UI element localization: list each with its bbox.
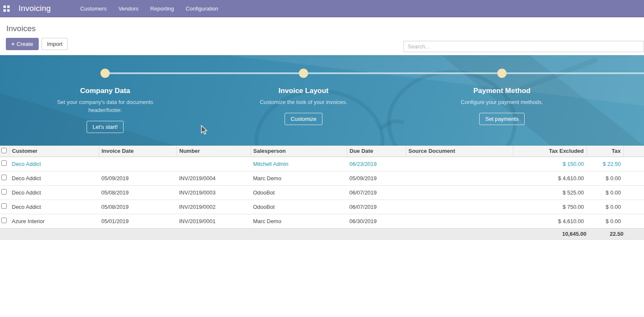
cell-tax: $ 22.50 bbox=[586, 157, 623, 171]
control-panel: Invoices +Create Import Filters ▾ ≡ Grou… bbox=[0, 17, 644, 55]
cell-tax-excluded: $ 4,610.00 bbox=[513, 214, 586, 228]
cell-tax: $ 0.00 bbox=[586, 200, 623, 214]
import-button[interactable]: Import bbox=[42, 38, 68, 50]
row-checkbox[interactable] bbox=[1, 218, 7, 223]
cell-number: INV/2019/0003 bbox=[177, 185, 251, 200]
column-header-salesperson[interactable]: Salesperson bbox=[251, 146, 347, 157]
step-dot bbox=[100, 69, 110, 78]
select-all-checkbox-cell bbox=[0, 146, 9, 157]
total-tax-excluded: 10,645.00 bbox=[513, 228, 586, 240]
column-header-tax[interactable]: Tax bbox=[586, 146, 623, 157]
set-payments-button[interactable]: Set payments bbox=[479, 113, 525, 125]
cell-salesperson: Marc Demo bbox=[251, 214, 347, 228]
lets-start-button[interactable]: Let's start! bbox=[87, 121, 124, 133]
cell-source-document bbox=[406, 214, 513, 228]
create-button[interactable]: +Create bbox=[6, 38, 39, 50]
row-checkbox[interactable] bbox=[1, 189, 7, 194]
step-description: Set your company's data for documents he… bbox=[57, 98, 153, 114]
cell-customer: Deco Addict bbox=[9, 200, 99, 214]
cell-due-date: 06/07/2019 bbox=[347, 200, 406, 214]
step-dot bbox=[299, 69, 308, 78]
step-title: Company Data bbox=[80, 87, 130, 95]
table-row[interactable]: Deco Addict 05/08/2019 INV/2019/0003 Odo… bbox=[0, 185, 644, 200]
column-header-source-document[interactable]: Source Document bbox=[406, 146, 513, 157]
column-header-due-date[interactable]: Due Date bbox=[347, 146, 406, 157]
cell-due-date: 06/30/2019 bbox=[347, 214, 406, 228]
column-header-invoice-date[interactable]: Invoice Date bbox=[99, 146, 177, 157]
cell-number bbox=[177, 157, 251, 171]
cell-source-document bbox=[406, 185, 513, 200]
cell-salesperson: OdooBot bbox=[251, 200, 347, 214]
cell-invoice-date: 05/09/2019 bbox=[99, 171, 177, 185]
column-header-number[interactable]: Number bbox=[177, 146, 251, 157]
total-tax: 22.50 bbox=[586, 228, 623, 240]
search-input[interactable] bbox=[404, 41, 644, 52]
menu-vendors[interactable]: Vendors bbox=[113, 0, 145, 17]
cell-source-document bbox=[406, 157, 513, 171]
onboarding-step-payment-method: Payment Method Configure your payment me… bbox=[403, 55, 601, 133]
select-all-checkbox[interactable] bbox=[1, 148, 7, 153]
cell-tax: $ 0.00 bbox=[586, 185, 623, 200]
menu-reporting[interactable]: Reporting bbox=[144, 0, 179, 17]
page-title: Invoices bbox=[6, 24, 36, 33]
row-checkbox[interactable] bbox=[1, 203, 7, 209]
cell-tax-excluded: $ 750.00 bbox=[513, 200, 586, 214]
cell-number: INV/2019/0004 bbox=[177, 171, 251, 185]
step-description: Customize the look of your invoices. bbox=[260, 98, 347, 106]
cell-source-document bbox=[406, 200, 513, 214]
cell-customer: Deco Addict bbox=[9, 157, 99, 171]
cell-number: INV/2019/0001 bbox=[177, 214, 251, 228]
row-checkbox[interactable] bbox=[1, 175, 7, 180]
step-title: Payment Method bbox=[473, 87, 531, 95]
onboarding-step-invoice-layout: Invoice Layout Customize the look of you… bbox=[204, 55, 403, 133]
cell-invoice-date: 05/08/2019 bbox=[99, 200, 177, 214]
step-description: Configure your payment methods. bbox=[461, 98, 543, 106]
top-navbar: Invoicing Customers Vendors Reporting Co… bbox=[0, 0, 644, 17]
step-dot bbox=[497, 69, 507, 78]
cell-tax-excluded: $ 4,610.00 bbox=[513, 171, 586, 185]
cell-number: INV/2019/0002 bbox=[177, 200, 251, 214]
cell-invoice-date: 05/08/2019 bbox=[99, 185, 177, 200]
cell-salesperson: OdooBot bbox=[251, 185, 347, 200]
column-header-customer[interactable]: Customer bbox=[9, 146, 99, 157]
cell-due-date: 06/23/2019 bbox=[347, 157, 406, 171]
step-title: Invoice Layout bbox=[278, 87, 328, 95]
totals-row: 10,645.00 22.50 bbox=[0, 228, 644, 240]
table-row[interactable]: Deco Addict Mitchell Admin 06/23/2019 $ … bbox=[0, 157, 644, 171]
app-title[interactable]: Invoicing bbox=[18, 4, 51, 13]
row-checkbox[interactable] bbox=[1, 160, 7, 166]
cell-tax-excluded: $ 150.00 bbox=[513, 157, 586, 171]
menu-configuration[interactable]: Configuration bbox=[180, 0, 224, 17]
cell-due-date: 06/07/2019 bbox=[347, 185, 406, 200]
search-box bbox=[404, 41, 644, 52]
navbar-menu: Customers Vendors Reporting Configuratio… bbox=[74, 0, 224, 17]
column-header-tax-excluded[interactable]: Tax Excluded bbox=[513, 146, 586, 157]
cell-invoice-date: 05/01/2019 bbox=[99, 214, 177, 228]
table-row[interactable]: Deco Addict 05/09/2019 INV/2019/0004 Mar… bbox=[0, 171, 644, 185]
table-row[interactable]: Azure Interior 05/01/2019 INV/2019/0001 … bbox=[0, 214, 644, 228]
invoicing-app-screen: Invoicing Customers Vendors Reporting Co… bbox=[0, 0, 644, 317]
cell-customer: Deco Addict bbox=[9, 185, 99, 200]
cell-customer: Azure Interior bbox=[9, 214, 99, 228]
column-header-spacer bbox=[623, 146, 644, 157]
table-header-row: Customer Invoice Date Number Salesperson… bbox=[0, 146, 644, 157]
cell-customer: Deco Addict bbox=[9, 171, 99, 185]
cell-tax: $ 0.00 bbox=[586, 214, 623, 228]
customize-button[interactable]: Customize bbox=[285, 113, 322, 125]
table-row[interactable]: Deco Addict 05/08/2019 INV/2019/0002 Odo… bbox=[0, 200, 644, 214]
cell-due-date: 05/09/2019 bbox=[347, 171, 406, 185]
invoice-list: Customer Invoice Date Number Salesperson… bbox=[0, 146, 644, 240]
onboarding-step-company-data: Company Data Set your company's data for… bbox=[6, 55, 204, 133]
apps-grid-icon[interactable] bbox=[3, 5, 10, 12]
menu-customers[interactable]: Customers bbox=[74, 0, 113, 17]
cell-salesperson: Marc Demo bbox=[251, 171, 347, 185]
cell-salesperson: Mitchell Admin bbox=[251, 157, 347, 171]
cell-source-document bbox=[406, 171, 513, 185]
cell-invoice-date bbox=[99, 157, 177, 171]
plus-icon: + bbox=[11, 41, 15, 47]
onboarding-banner: Company Data Set your company's data for… bbox=[0, 55, 644, 146]
cell-tax: $ 0.00 bbox=[586, 171, 623, 185]
cell-tax-excluded: $ 525.00 bbox=[513, 185, 586, 200]
